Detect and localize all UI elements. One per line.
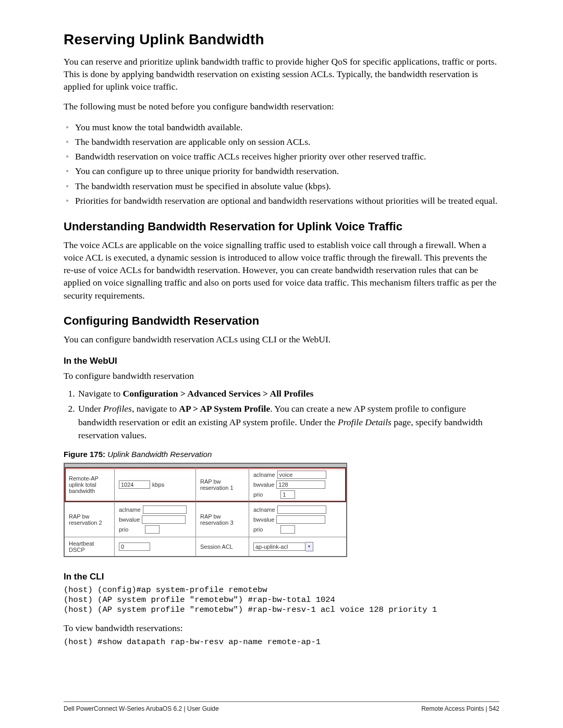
r2-labelA: RAP bw reservation 2 [65, 502, 115, 537]
r2-valueB: aclname bwvalue prio [249, 502, 346, 537]
session-acl-select[interactable]: ap-uplink-acl [253, 542, 305, 551]
webui-lead: To configure bandwidth reservation [64, 369, 499, 382]
step-1: Navigate to Configuration > Advanced Ser… [77, 387, 499, 400]
chevron-down-icon[interactable]: ▾ [305, 542, 313, 551]
footer-left: Dell PowerConnect W-Series ArubaOS 6.2 |… [64, 705, 219, 712]
footer-right: Remote Access Points | 542 [421, 705, 499, 712]
figure-row-3: Heartbeat DSCP 0 Session ACL ap-uplink-a… [65, 537, 346, 556]
configuring-body: You can configure bandwidth reservation … [64, 333, 499, 346]
note-item: You can configure up to three unique pri… [64, 164, 499, 178]
resv2-prio-input[interactable] [145, 525, 160, 534]
r2-valueA: aclname bwvalue prio [115, 502, 196, 537]
page-title: Reserving Uplink Bandwidth [64, 31, 499, 48]
kv-aclname-label: aclname [253, 472, 275, 478]
resv1-bwvalue-input[interactable]: 128 [276, 480, 325, 489]
cli-view-lead: To view bandwidth reservations: [64, 622, 499, 634]
webui-heading: In the WebUI [64, 356, 499, 366]
r3-valueA: 0 [115, 537, 196, 556]
r3-valueB: ap-uplink-acl ▾ [249, 537, 346, 556]
uplink-total-unit: kbps [152, 482, 164, 488]
resv3-bwvalue-input[interactable] [276, 515, 325, 524]
figure-title: Uplink Bandwidth Reservation [105, 450, 212, 459]
figure-top-strip [65, 464, 346, 467]
step2-path: AP > AP System Profile [179, 403, 270, 414]
kv-bwvalue-label: bwvalue [253, 482, 274, 488]
step2-c: , navigate to [132, 403, 179, 414]
resv3-prio-input[interactable] [280, 525, 295, 534]
figure-row-1: Remote-AP uplink total bandwidth 1024 kb… [65, 467, 346, 502]
step2-profiles: Profiles [103, 403, 132, 414]
configuring-heading: Configuring Bandwidth Reservation [64, 314, 499, 328]
step2-profile-details: Profile Details [338, 417, 391, 427]
kv-aclname-label: aclname [119, 507, 141, 513]
kv-prio-label: prio [253, 491, 263, 498]
heartbeat-dscp-input[interactable]: 0 [119, 542, 150, 551]
understanding-heading: Understanding Bandwidth Reservation for … [64, 220, 499, 233]
kv-prio-label: prio [119, 526, 128, 533]
figure-caption: Figure 175: Uplink Bandwidth Reservation [64, 450, 499, 459]
figure-table: Remote-AP uplink total bandwidth 1024 kb… [64, 463, 347, 557]
note-item: The bandwidth reservation must be specif… [64, 179, 499, 193]
resv1-aclname-input[interactable]: voice [277, 471, 326, 479]
note-item: Priorities for bandwidth reservation are… [64, 194, 499, 207]
resv2-aclname-input[interactable] [143, 505, 187, 514]
step1-pre: Navigate to [78, 388, 123, 399]
step-2: Under Profiles, navigate to AP > AP Syst… [77, 402, 499, 442]
r1-valueB: aclnamevoice bwvalue128 prio1 [249, 467, 346, 502]
figure-row-2: RAP bw reservation 2 aclname bwvalue pri… [65, 502, 346, 537]
figure-label: Figure 175: [64, 450, 105, 459]
r2-labelB: RAP bw reservation 3 [196, 502, 249, 537]
cli-heading: In the CLI [64, 572, 499, 582]
kv-prio-label: prio [253, 526, 263, 533]
resv3-aclname-input[interactable] [277, 505, 326, 514]
webui-steps: Navigate to Configuration > Advanced Ser… [64, 387, 499, 442]
r1-valueA: 1024 kbps [115, 467, 196, 502]
notes-list: You must know the total bandwidth availa… [64, 120, 499, 208]
cli-block-2: (host) #show datapath rap-bw-resv ap-nam… [64, 637, 499, 647]
understanding-body: The voice ACLs are applicable on the voi… [64, 239, 499, 302]
uplink-total-input[interactable]: 1024 [119, 480, 150, 489]
kv-aclname-label: aclname [253, 507, 275, 513]
cli-block-1: (host) (config)#ap system-profile remote… [64, 585, 499, 615]
page-footer: Dell PowerConnect W-Series ArubaOS 6.2 |… [64, 701, 499, 712]
kv-bwvalue-label: bwvalue [119, 516, 140, 523]
r1-labelB: RAP bw reservation 1 [196, 467, 249, 502]
resv2-bwvalue-input[interactable] [142, 515, 186, 524]
note-item: You must know the total bandwidth availa… [64, 120, 499, 134]
kv-bwvalue-label: bwvalue [253, 516, 274, 523]
step2-a: Under [78, 403, 103, 414]
r1-labelA: Remote-AP uplink total bandwidth [65, 467, 115, 502]
notes-lead: The following must be noted before you c… [64, 100, 499, 113]
intro-paragraph: You can reserve and prioritize uplink ba… [64, 55, 499, 93]
note-item: The bandwidth reservation are applicable… [64, 135, 499, 149]
step1-path: Configuration > Advanced Services > All … [123, 388, 314, 399]
note-item: Bandwidth reservation on voice traffic A… [64, 150, 499, 163]
r3-labelB: Session ACL [196, 537, 249, 556]
r3-labelA: Heartbeat DSCP [65, 537, 115, 556]
document-page: Reserving Uplink Bandwidth You can reser… [0, 0, 563, 728]
resv1-prio-input[interactable]: 1 [280, 490, 295, 499]
